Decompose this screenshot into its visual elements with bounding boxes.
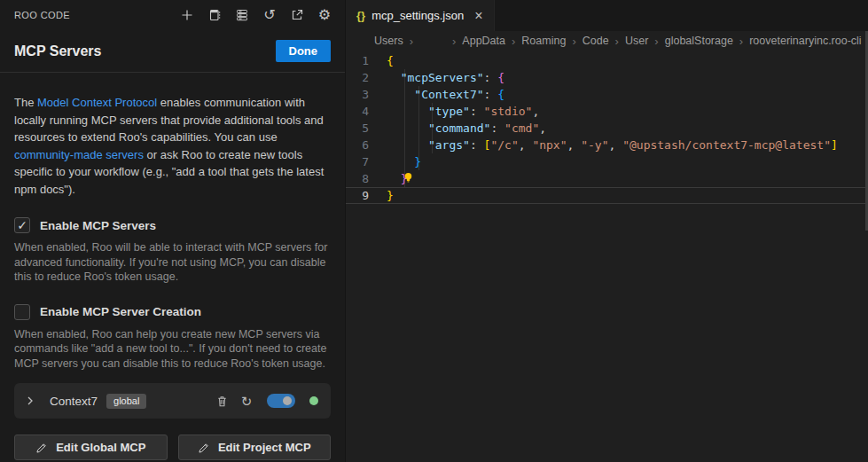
breadcrumb-item[interactable]: Users (374, 35, 403, 47)
line-number: 4 (346, 103, 387, 120)
checkmark-icon: ✓ (17, 219, 27, 231)
code-text: "args": ["/c", "npx", "-y", "@upstash/co… (387, 137, 838, 153)
setting-label: Enable MCP Servers (40, 219, 156, 232)
line-number: 8 (346, 170, 387, 187)
code-text: "type": "stdio", (387, 103, 539, 120)
server-status-dot (309, 396, 318, 405)
code-editor[interactable]: 1{2 "mcpServers": {3 "Context7": {4 "typ… (346, 51, 868, 204)
gear-icon[interactable]: ⚙ (317, 7, 332, 23)
breadcrumb-separator-icon: › (512, 35, 515, 48)
tab-bar: {} mcp_settings.json × (346, 0, 868, 31)
extension-title: ROO CODE (14, 10, 70, 20)
server-enabled-toggle[interactable] (267, 394, 295, 408)
setting-description: When enabled, Roo can help you create ne… (14, 327, 331, 372)
notebook-icon[interactable] (207, 7, 223, 23)
breadcrumb-item[interactable]: rooveterinaryinc.roo-cli (749, 35, 861, 47)
code-text: "Context7": { (387, 86, 504, 103)
page-title: MCP Servers (14, 43, 101, 59)
code-text: { (387, 52, 394, 69)
code-line[interactable]: 6 "args": ["/c", "npx", "-y", "@upstash/… (346, 137, 868, 153)
code-line[interactable]: 9} (346, 187, 868, 204)
breadcrumb-separator-icon: › (452, 35, 456, 48)
breadcrumbs: Users››AppData›Roaming›Code›User›globalS… (346, 31, 868, 51)
breadcrumb-separator-icon: › (410, 35, 413, 48)
editor-area: {} mcp_settings.json × Users››AppData›Ro… (346, 0, 868, 462)
edit-project-mcp-button[interactable]: Edit Project MCP (178, 435, 332, 460)
line-number: 7 (346, 153, 387, 170)
code-line[interactable]: 3 "Context7": { (346, 86, 868, 103)
server-scope-badge: global (106, 394, 146, 409)
line-number: 2 (346, 69, 387, 86)
chevron-right-icon[interactable] (23, 394, 37, 408)
code-text: } (387, 153, 421, 170)
setting-description: When enabled, Roo will be able to intera… (14, 240, 331, 285)
code-text: "command": "cmd", (387, 120, 546, 137)
code-line[interactable]: 2 "mcpServers": { (346, 69, 868, 86)
enable-mcp-server-creation-checkbox[interactable]: ✓ (14, 304, 30, 320)
code-text: "mcpServers": { (387, 69, 504, 86)
line-number: 5 (346, 120, 387, 137)
code-line[interactable]: 8 } (346, 170, 868, 187)
breadcrumb-item[interactable]: Roaming (521, 35, 566, 47)
pencil-icon (198, 442, 210, 454)
code-text: } (387, 170, 407, 187)
breadcrumb-separator-icon: › (739, 35, 743, 48)
history-icon[interactable]: ↺ (262, 7, 278, 23)
button-label: Edit Project MCP (218, 441, 311, 454)
inline-link[interactable]: Model Context Protocol (37, 96, 157, 109)
panel-header: MCP Servers Done (0, 30, 345, 73)
setting-enable-mcp-servers: ✓ Enable MCP Servers When enabled, Roo w… (14, 217, 331, 285)
line-number: 3 (346, 86, 387, 103)
close-tab-icon[interactable]: × (474, 9, 482, 23)
open-external-icon[interactable] (289, 7, 305, 23)
button-label: Edit Global MCP (56, 441, 145, 454)
line-number: 9 (346, 187, 387, 204)
enable-mcp-servers-checkbox[interactable]: ✓ (14, 217, 30, 233)
add-icon[interactable] (179, 7, 195, 23)
edit-global-mcp-button[interactable]: Edit Global MCP (14, 435, 168, 460)
code-line[interactable]: 1{ (346, 52, 868, 69)
breadcrumb-separator-icon: › (572, 35, 575, 48)
done-button[interactable]: Done (276, 40, 332, 62)
server-row-context7[interactable]: Context7 global ↻ (14, 383, 331, 419)
code-text: } (387, 187, 394, 204)
code-line[interactable]: 4 "type": "stdio", (346, 103, 868, 120)
breadcrumb-item[interactable]: User (625, 35, 648, 47)
tab-mcp-settings-json[interactable]: {} mcp_settings.json × (346, 0, 495, 31)
setting-label: Enable MCP Server Creation (40, 305, 201, 318)
code-line[interactable]: 7 } (346, 153, 868, 170)
json-file-icon: {} (356, 9, 365, 22)
edit-buttons-row: Edit Global MCP Edit Project MCP (14, 435, 331, 460)
panel-toolbar: ROO CODE ↺ ⚙ (0, 0, 345, 30)
tab-title: mcp_settings.json (371, 9, 464, 22)
setting-enable-mcp-server-creation: ✓ Enable MCP Server Creation When enable… (14, 304, 331, 372)
app-window: ROO CODE ↺ ⚙ MCP Servers Done (0, 0, 868, 462)
server-name: Context7 (50, 395, 98, 408)
inline-link[interactable]: community-made servers (14, 148, 144, 161)
breadcrumb-separator-icon: › (615, 35, 619, 48)
breadcrumb-item[interactable]: globalStorage (665, 35, 733, 47)
panel-body: The Model Context Protocol enables commu… (0, 94, 345, 460)
code-lines: 1{2 "mcpServers": {3 "Context7": {4 "typ… (346, 52, 868, 204)
panel-toolbar-icons: ↺ ⚙ (179, 7, 332, 23)
toggle-knob (283, 396, 292, 405)
breadcrumb-item[interactable]: AppData (462, 35, 505, 47)
restart-server-icon[interactable]: ↻ (239, 395, 254, 408)
intro-text: The Model Context Protocol enables commu… (14, 94, 331, 198)
line-number: 1 (346, 52, 387, 69)
delete-server-icon[interactable] (214, 395, 230, 408)
line-number: 6 (346, 137, 387, 153)
breadcrumb-item[interactable]: Code (583, 35, 609, 47)
mcp-server-icon[interactable] (234, 7, 250, 23)
pencil-icon (35, 442, 48, 454)
roo-code-panel: ROO CODE ↺ ⚙ MCP Servers Done (0, 0, 346, 462)
breadcrumb-separator-icon: › (654, 35, 658, 48)
code-line[interactable]: 5 "command": "cmd", (346, 120, 868, 137)
